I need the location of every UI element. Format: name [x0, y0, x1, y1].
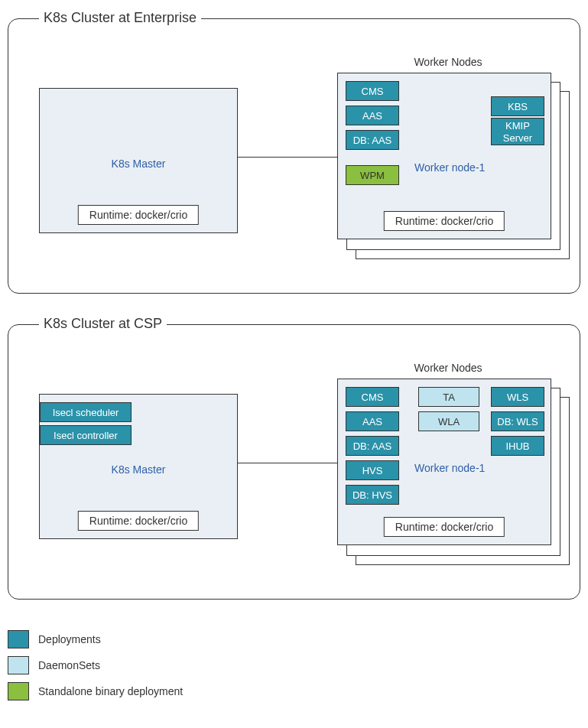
- enterprise-master-box: K8s Master Runtime: docker/crio: [39, 88, 238, 233]
- chip-kbs: KBS: [491, 96, 544, 116]
- enterprise-worker-front: CMS AAS DB: AAS WPM KBS KMIP Server Work…: [337, 73, 551, 239]
- enterprise-worker-title: Worker Nodes: [337, 56, 559, 68]
- chip-ihub: IHUB: [491, 436, 544, 456]
- csp-worker-front: CMS AAS DB: AAS HVS DB: HVS TA WLA WLS D…: [337, 379, 551, 545]
- chip-wla: WLA: [418, 411, 479, 431]
- legend-deployments: Deployments: [8, 630, 580, 648]
- chip-dbaas-csp: DB: AAS: [346, 436, 399, 456]
- enterprise-worker-stack: Worker Nodes CMS AAS DB: AAS WPM KBS KMI…: [337, 73, 559, 249]
- legend: Deployments DaemonSets Standalone binary…: [8, 630, 580, 700]
- chip-isecl-scheduler: Isecl scheduler: [40, 402, 132, 422]
- csp-worker-node-label: Worker node-1: [414, 462, 485, 474]
- swatch-deploy: [8, 630, 29, 648]
- enterprise-cluster-panel: K8s Cluster at Enterprise K8s Master Run…: [8, 18, 580, 294]
- chip-dbhvs: DB: HVS: [346, 485, 399, 505]
- chip-aas-csp: AAS: [346, 411, 399, 431]
- chip-wls: WLS: [491, 387, 544, 407]
- csp-worker-title: Worker Nodes: [337, 362, 559, 374]
- csp-master-label: K8s Master: [40, 463, 237, 476]
- enterprise-master-runtime: Runtime: docker/crio: [78, 205, 199, 225]
- chip-isecl-controller: Isecl controller: [40, 425, 132, 445]
- chip-hvs: HVS: [346, 460, 399, 480]
- enterprise-worker-runtime: Runtime: docker/crio: [384, 211, 505, 231]
- legend-standalone: Standalone binary deployment: [8, 682, 580, 700]
- csp-worker-stack: Worker Nodes CMS AAS DB: AAS HVS DB: HVS…: [337, 379, 559, 554]
- chip-ta: TA: [418, 387, 479, 407]
- legend-deploy-label: Deployments: [38, 633, 101, 645]
- enterprise-worker-node-label: Worker node-1: [414, 161, 485, 174]
- csp-master-box: Isecl scheduler Isecl controller K8s Mas…: [39, 394, 238, 539]
- chip-kmip: KMIP Server: [491, 118, 544, 145]
- legend-daemon-label: DaemonSets: [38, 659, 100, 671]
- legend-stand-label: Standalone binary deployment: [38, 685, 183, 697]
- chip-wpm: WPM: [346, 165, 399, 185]
- csp-master-runtime: Runtime: docker/crio: [78, 511, 199, 531]
- chip-dbaas: DB: AAS: [346, 130, 399, 150]
- enterprise-master-label: K8s Master: [40, 158, 237, 170]
- swatch-daemon: [8, 656, 29, 674]
- swatch-standalone: [8, 682, 29, 700]
- enterprise-title: K8s Cluster at Enterprise: [39, 10, 201, 26]
- enterprise-connector: [238, 157, 337, 158]
- legend-daemonsets: DaemonSets: [8, 656, 580, 674]
- chip-cms-csp: CMS: [346, 387, 399, 407]
- csp-cluster-panel: K8s Cluster at CSP Isecl scheduler Isecl…: [8, 324, 580, 600]
- csp-title: K8s Cluster at CSP: [39, 316, 167, 332]
- chip-dbwls: DB: WLS: [491, 411, 544, 431]
- csp-connector: [238, 463, 337, 463]
- csp-worker-runtime: Runtime: docker/crio: [384, 517, 505, 537]
- chip-cms: CMS: [346, 81, 399, 101]
- chip-aas: AAS: [346, 106, 399, 125]
